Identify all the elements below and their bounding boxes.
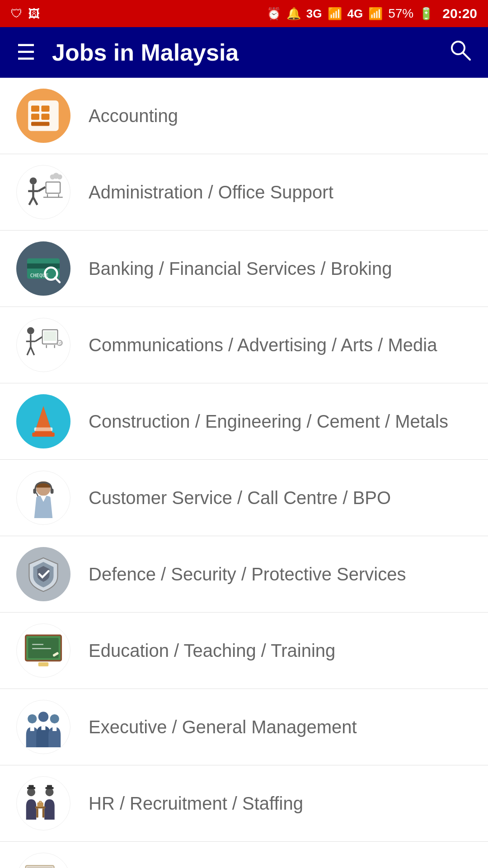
svg-rect-5 [31, 114, 39, 120]
svg-rect-3 [31, 106, 39, 112]
svg-rect-33 [44, 331, 56, 341]
svg-line-12 [33, 197, 38, 205]
app-bar: ☰ Jobs in Malaysia [0, 27, 488, 78]
executive-icon [16, 700, 70, 754]
svg-point-20 [57, 175, 62, 179]
menu-button[interactable]: ☰ [16, 42, 36, 63]
svg-point-26 [27, 327, 34, 335]
category-label-construction: Construction / Engineering / Cement / Me… [89, 410, 472, 433]
banking-icon: CHEQUE [16, 241, 70, 296]
svg-line-13 [38, 187, 46, 191]
list-item[interactable]: Education / Teaching / Training [0, 613, 488, 689]
svg-text:⚙: ⚙ [59, 341, 62, 346]
svg-line-30 [31, 347, 34, 355]
battery-icon: 🔋 [419, 7, 433, 21]
list-item[interactable]: Administration / Office Support [0, 154, 488, 231]
image-icon: 🖼 [28, 7, 40, 21]
app-title: Jobs in Malaysia [52, 39, 433, 66]
list-item[interactable]: Construction / Engineering / Cement / Me… [0, 383, 488, 460]
svg-point-61 [46, 788, 54, 796]
category-label-communications: Communications / Advertising / Arts / Me… [89, 333, 472, 357]
shield-icon: 🛡 [11, 7, 23, 21]
list-item[interactable]: CHEQUE Banking / Financial Services / Br… [0, 231, 488, 307]
signal-icon-2: 📶 [368, 7, 383, 21]
it-icon: HTML5 [16, 853, 70, 868]
notification-icon: 🔔 [286, 7, 301, 21]
alarm-icon: ⏰ [267, 7, 281, 21]
search-button[interactable] [449, 39, 472, 66]
svg-line-11 [29, 197, 33, 205]
hr-icon [16, 776, 70, 830]
svg-rect-53 [30, 727, 34, 731]
svg-point-54 [38, 712, 49, 722]
svg-rect-40 [32, 433, 55, 437]
list-item[interactable]: HR / Recruitment / Staffing [0, 765, 488, 842]
list-item[interactable]: Executive / General Management [0, 689, 488, 765]
list-item[interactable]: HTML5 IT-Software / Software & Hardware … [0, 842, 488, 868]
accounting-icon [16, 89, 70, 143]
customer-service-icon [16, 471, 70, 525]
svg-rect-7 [31, 122, 50, 126]
svg-line-45 [36, 493, 38, 497]
status-left-icons: 🛡 🖼 [11, 7, 40, 21]
svg-line-1 [463, 52, 470, 60]
svg-point-8 [30, 177, 37, 184]
svg-line-29 [27, 347, 31, 355]
communications-icon: ⚙ [16, 318, 70, 372]
svg-rect-57 [52, 727, 56, 731]
construction-icon [16, 394, 70, 448]
category-label-admin: Administration / Office Support [89, 180, 472, 204]
administration-icon [16, 165, 70, 219]
svg-rect-50 [38, 662, 49, 666]
svg-rect-63 [47, 785, 52, 788]
status-bar: 🛡 🖼 ⏰ 🔔 3G 📶 4G 📶 57% 🔋 20:20 [0, 0, 488, 27]
network-4g: 4G [347, 7, 363, 21]
svg-rect-65 [36, 808, 38, 817]
svg-rect-44 [51, 489, 54, 494]
status-right-icons: ⏰ 🔔 3G 📶 4G 📶 57% 🔋 20:20 [267, 6, 477, 21]
category-label-hr: HR / Recruitment / Staffing [89, 792, 472, 815]
svg-point-58 [27, 788, 35, 796]
defence-icon [16, 547, 70, 601]
category-label-accounting: Accounting [89, 104, 472, 127]
svg-rect-43 [33, 489, 37, 494]
svg-rect-6 [42, 114, 50, 120]
category-label-education: Education / Teaching / Training [89, 639, 472, 662]
list-item[interactable]: Accounting [0, 78, 488, 154]
svg-rect-60 [28, 785, 33, 788]
category-label-banking: Banking / Financial Services / Broking [89, 257, 472, 280]
list-item[interactable]: Defence / Security / Protective Services [0, 536, 488, 613]
svg-line-31 [35, 337, 42, 341]
svg-rect-66 [42, 808, 45, 817]
svg-point-52 [28, 714, 37, 723]
education-icon [16, 623, 70, 678]
list-item[interactable]: Customer Service / Call Centre / BPO [0, 460, 488, 536]
category-label-customer-service: Customer Service / Call Centre / BPO [89, 486, 472, 509]
svg-rect-55 [42, 726, 46, 730]
svg-point-56 [50, 714, 59, 723]
status-time: 20:20 [442, 6, 477, 21]
battery-percent: 57% [388, 6, 413, 21]
svg-rect-4 [42, 106, 50, 112]
list-item[interactable]: ⚙ Communications / Advertising / Arts / … [0, 307, 488, 383]
category-label-defence: Defence / Security / Protective Services [89, 562, 472, 586]
network-3g: 3G [306, 7, 322, 21]
signal-icon: 📶 [328, 7, 342, 21]
svg-marker-41 [35, 406, 52, 431]
category-label-executive: Executive / General Management [89, 715, 472, 739]
svg-rect-14 [46, 182, 61, 193]
category-list: Accounting [0, 78, 488, 868]
